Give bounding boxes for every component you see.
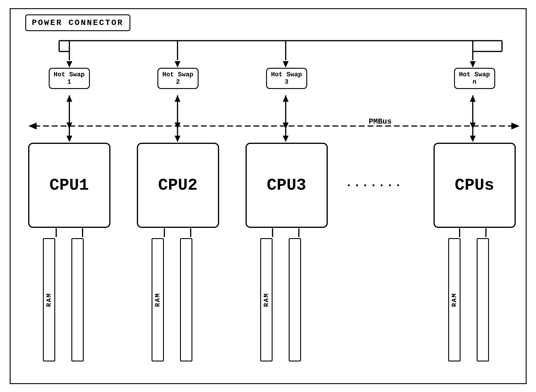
hot-swap-n: Hot Swap n (454, 68, 495, 89)
svg-marker-26 (283, 95, 288, 102)
dots-label: ....... (345, 176, 403, 190)
svg-marker-4 (174, 61, 180, 68)
svg-marker-2 (66, 61, 72, 68)
svg-marker-35 (470, 135, 475, 142)
ram-stick-1a: RAM (43, 238, 55, 361)
svg-marker-24 (66, 95, 72, 102)
svg-marker-14 (28, 122, 36, 129)
cpu2-box: CPU2 (137, 143, 219, 228)
svg-marker-25 (174, 95, 180, 102)
ram-group-1: RAM (43, 238, 84, 361)
ram-stick-3b (289, 238, 301, 361)
cpu1-box: CPU1 (28, 143, 110, 228)
ram-group-3: RAM (260, 238, 301, 361)
hot-swap-1: Hot Swap 1 (49, 68, 90, 89)
ram-stick-1b (71, 238, 84, 361)
diagram-container: POWER CONNECTOR Hot Swap 1 Hot Swap 2 Ho… (10, 8, 527, 384)
svg-marker-19 (174, 122, 180, 129)
ram-stick-nb (477, 238, 489, 361)
svg-marker-21 (283, 122, 288, 129)
ram-stick-2b (180, 238, 192, 361)
svg-marker-31 (174, 135, 180, 142)
svg-marker-23 (470, 122, 475, 129)
ram-label-na: RAM (451, 292, 458, 307)
pmbus-label: PMBus (369, 117, 392, 126)
ram-group-n: RAM (448, 238, 489, 361)
ram-label-1a: RAM (45, 292, 53, 307)
svg-marker-29 (66, 135, 72, 142)
hot-swap-3: Hot Swap 3 (266, 68, 307, 89)
svg-marker-8 (470, 61, 475, 68)
ram-stick-3a: RAM (260, 238, 273, 361)
ram-stick-na: RAM (448, 238, 461, 361)
cpus-box: CPUs (433, 143, 516, 228)
svg-marker-27 (470, 95, 475, 102)
ram-stick-2a: RAM (152, 238, 164, 361)
ram-label-3a: RAM (263, 292, 270, 307)
svg-marker-15 (511, 122, 520, 129)
ram-label-2a: RAM (154, 292, 161, 307)
svg-marker-17 (66, 122, 72, 129)
svg-marker-33 (283, 135, 288, 142)
svg-marker-6 (283, 61, 288, 68)
ram-group-2: RAM (152, 238, 192, 361)
power-connector-label: POWER CONNECTOR (25, 14, 130, 31)
hot-swap-2: Hot Swap 2 (157, 68, 199, 89)
cpu3-box: CPU3 (246, 143, 328, 228)
